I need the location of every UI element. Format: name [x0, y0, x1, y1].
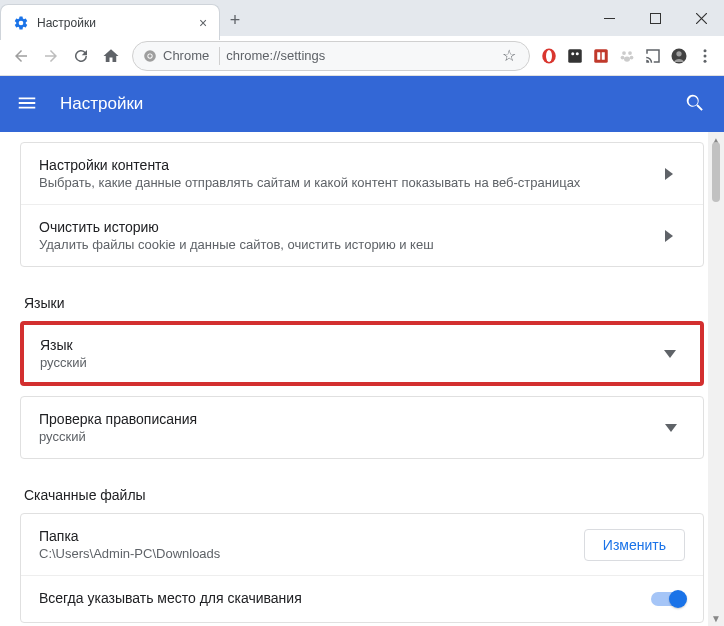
row-subtitle: русский — [40, 355, 664, 370]
svg-rect-7 — [568, 49, 582, 63]
settings-title: Настройки — [60, 94, 684, 114]
svg-point-19 — [676, 51, 681, 56]
reload-button[interactable] — [66, 41, 96, 71]
download-folder-row: Папка C:\Users\Admin-PC\Downloads Измени… — [21, 514, 703, 575]
row-subtitle: Удалить файлы cookie и данные сайтов, оч… — [39, 237, 665, 252]
bookmark-star-icon[interactable]: ☆ — [499, 46, 519, 65]
clear-history-row[interactable]: Очистить историю Удалить файлы cookie и … — [21, 204, 703, 266]
search-icon[interactable] — [684, 92, 708, 116]
language-card-highlighted: Язык русский — [20, 321, 704, 386]
settings-header: Настройки — [0, 76, 724, 132]
close-window-button[interactable] — [678, 0, 724, 36]
tab-title: Настройки — [37, 16, 195, 30]
svg-rect-10 — [594, 49, 608, 63]
extension-icon-2[interactable] — [562, 43, 588, 69]
svg-rect-12 — [602, 52, 605, 60]
address-divider — [219, 47, 220, 65]
scrollbar-thumb[interactable] — [712, 142, 720, 202]
svg-point-15 — [621, 55, 625, 59]
svg-point-13 — [622, 51, 626, 55]
svg-point-21 — [704, 54, 707, 57]
svg-rect-11 — [597, 52, 600, 60]
maximize-button[interactable] — [632, 0, 678, 36]
svg-point-20 — [704, 49, 707, 52]
forward-button[interactable] — [36, 41, 66, 71]
close-tab-icon[interactable]: × — [195, 15, 211, 31]
svg-point-8 — [571, 52, 574, 55]
chevron-right-icon — [665, 168, 685, 180]
chevron-right-icon — [665, 230, 685, 242]
change-folder-button[interactable]: Изменить — [584, 529, 685, 561]
extension-opera-icon[interactable] — [536, 43, 562, 69]
home-button[interactable] — [96, 41, 126, 71]
svg-point-16 — [630, 55, 634, 59]
chrome-icon — [143, 49, 157, 63]
new-tab-button[interactable]: + — [220, 4, 250, 36]
vertical-scrollbar[interactable]: ▲ ▼ — [708, 132, 724, 626]
row-title: Всегда указывать место для скачивания — [39, 590, 651, 606]
extension-icon-3[interactable] — [588, 43, 614, 69]
svg-point-14 — [628, 51, 632, 55]
back-button[interactable] — [6, 41, 36, 71]
row-title: Проверка правописания — [39, 411, 665, 427]
row-subtitle: Выбрать, какие данные отправлять сайтам … — [39, 175, 665, 190]
downloads-card: Папка C:\Users\Admin-PC\Downloads Измени… — [20, 513, 704, 623]
address-url: chrome://settings — [226, 48, 499, 63]
profile-avatar-icon[interactable] — [666, 43, 692, 69]
browser-tab[interactable]: Настройки × — [0, 4, 220, 40]
window-controls — [586, 0, 724, 36]
row-title: Настройки контента — [39, 157, 665, 173]
language-row[interactable]: Язык русский — [24, 325, 700, 382]
svg-point-9 — [576, 52, 579, 55]
languages-section-title: Языки — [24, 295, 704, 311]
row-title: Язык — [40, 337, 664, 353]
row-title: Папка — [39, 528, 584, 544]
gear-icon — [13, 15, 29, 31]
svg-rect-0 — [604, 18, 615, 19]
privacy-card: Настройки контента Выбрать, какие данные… — [20, 142, 704, 267]
ask-location-row[interactable]: Всегда указывать место для скачивания — [21, 575, 703, 622]
svg-point-17 — [624, 56, 630, 61]
content-settings-row[interactable]: Настройки контента Выбрать, какие данные… — [21, 143, 703, 204]
window-titlebar: Настройки × + — [0, 0, 724, 36]
spellcheck-card: Проверка правописания русский — [20, 396, 704, 459]
settings-content: Настройки контента Выбрать, какие данные… — [0, 132, 724, 626]
spellcheck-row[interactable]: Проверка правописания русский — [21, 397, 703, 458]
address-bar[interactable]: Chrome chrome://settings ☆ — [132, 41, 530, 71]
svg-point-6 — [546, 50, 552, 62]
row-subtitle: C:\Users\Admin-PC\Downloads — [39, 546, 584, 561]
minimize-button[interactable] — [586, 0, 632, 36]
row-title: Очистить историю — [39, 219, 665, 235]
scroll-down-arrow[interactable]: ▼ — [708, 610, 724, 626]
address-chip: Chrome — [163, 48, 209, 63]
row-subtitle: русский — [39, 429, 665, 444]
cast-icon[interactable] — [640, 43, 666, 69]
downloads-section-title: Скачанные файлы — [24, 487, 704, 503]
browser-toolbar: Chrome chrome://settings ☆ — [0, 36, 724, 76]
chevron-down-icon — [664, 350, 684, 358]
toggle-switch[interactable] — [651, 592, 685, 606]
menu-dots-icon[interactable] — [692, 43, 718, 69]
extension-paw-icon[interactable] — [614, 43, 640, 69]
hamburger-menu-icon[interactable] — [16, 92, 40, 116]
svg-point-4 — [148, 54, 152, 58]
chevron-down-icon — [665, 424, 685, 432]
svg-rect-1 — [650, 13, 660, 23]
svg-point-22 — [704, 59, 707, 62]
